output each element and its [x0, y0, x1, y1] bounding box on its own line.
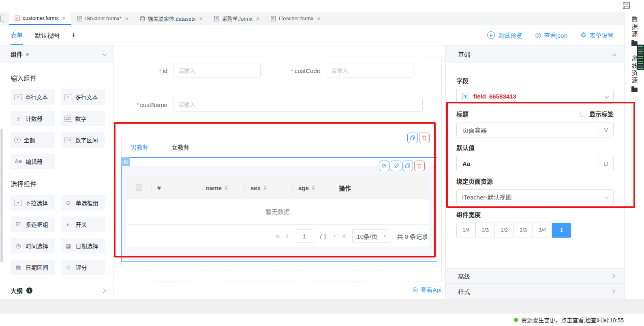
- component-rating[interactable]: ☆评分: [61, 260, 105, 275]
- status-message[interactable]: 资源发生变更，点击查看,检查时间:10:55: [521, 316, 624, 324]
- file-tab-purchase-order-formx[interactable]: 采购单.formx ×: [208, 12, 265, 25]
- next-page-icon[interactable]: ›: [333, 232, 336, 240]
- component-dropdown-select[interactable]: ▾下拉选择: [11, 195, 55, 210]
- view-api-link[interactable]: ◎ 查看Api: [412, 285, 441, 294]
- radio-list-icon: ⊙: [64, 199, 73, 206]
- page-size-select[interactable]: 10条/页 ▾: [352, 229, 390, 243]
- show-label-toggle[interactable]: 显示标签: [580, 109, 614, 118]
- file-tab-istudent-formx[interactable]: IStudent.formx* ×: [71, 12, 134, 25]
- prev-page-icon[interactable]: ‹: [286, 232, 289, 240]
- form-field-id[interactable]: *id: [117, 64, 270, 77]
- link-component-button[interactable]: [391, 161, 401, 171]
- file-tab-iteacher-formx[interactable]: ITeacher.formx ×: [265, 12, 326, 25]
- field-select[interactable]: T field_66583413: [456, 89, 614, 104]
- width-option-full[interactable]: 1: [552, 223, 571, 238]
- panel-stack-icon: [0, 14, 4, 23]
- close-icon[interactable]: ×: [256, 15, 259, 22]
- close-icon[interactable]: ×: [62, 15, 66, 21]
- id-input[interactable]: [173, 64, 261, 77]
- tab-form[interactable]: 表单: [11, 25, 23, 45]
- default-value-dynamic-button[interactable]: D: [599, 156, 613, 171]
- delete-component-button[interactable]: [414, 161, 425, 171]
- custname-input[interactable]: [173, 98, 423, 112]
- last-page-icon[interactable]: »: [342, 232, 346, 240]
- close-icon[interactable]: ×: [125, 15, 128, 22]
- components-panel-header[interactable]: 组件 ≡: [0, 45, 113, 63]
- form-root-container[interactable]: *id *custCode *custName: [117, 56, 442, 281]
- title-input[interactable]: [457, 122, 599, 137]
- component-single-line-text[interactable]: A单行文本: [11, 89, 55, 105]
- delete-component-button[interactable]: [419, 133, 430, 143]
- column-header-name[interactable]: name: [200, 181, 245, 195]
- sort-icon[interactable]: [225, 185, 228, 190]
- component-multi-line-text[interactable]: A多行文本: [61, 89, 105, 105]
- component-label: 开关: [76, 220, 87, 228]
- selected-grid-component[interactable]: ⚙ ⟳: [121, 157, 437, 262]
- form-field-custname[interactable]: *custName: [117, 98, 423, 112]
- component-number[interactable]: 123数字: [61, 111, 105, 126]
- component-radio-group[interactable]: ⊙单选框组: [61, 195, 105, 210]
- component-number-range[interactable]: 1~3数字区间: [61, 132, 105, 148]
- field-label: *custCode: [270, 67, 320, 74]
- component-amount[interactable]: ¥金额: [11, 132, 55, 148]
- chevron-down-icon[interactable]: [103, 51, 107, 56]
- calendar-range-icon: ▦: [14, 264, 22, 270]
- tab-female-teacher[interactable]: 女教师: [171, 143, 190, 151]
- chevron-right-icon[interactable]: [101, 288, 105, 293]
- component-counter[interactable]: ±计数器: [11, 111, 55, 126]
- drag-handle-gear-icon[interactable]: ⚙: [121, 157, 130, 166]
- form-field-custcode[interactable]: *custCode: [270, 64, 423, 77]
- current-page-input[interactable]: 1: [295, 229, 313, 243]
- component-switch[interactable]: ◐开关: [61, 217, 105, 232]
- sort-icon[interactable]: [263, 185, 267, 190]
- sidebar-scrollbar[interactable]: [0, 129, 3, 262]
- width-option-half[interactable]: 1/2: [495, 223, 514, 238]
- form-design-canvas[interactable]: *id *custCode *custName: [113, 45, 446, 299]
- select-all-checkbox[interactable]: [136, 184, 142, 191]
- file-tab-customer-formx[interactable]: customer.formx ×: [9, 12, 71, 25]
- debug-preview-button[interactable]: ▶ 调试预览: [487, 31, 522, 39]
- add-view-button[interactable]: +: [71, 25, 76, 45]
- width-option-third[interactable]: 1/3: [476, 223, 495, 238]
- close-icon[interactable]: ×: [317, 15, 320, 22]
- style-section-header[interactable]: 样式: [446, 283, 624, 299]
- basic-section-header[interactable]: 基础: [446, 45, 624, 63]
- column-header-index: #: [152, 181, 200, 195]
- column-header-sex[interactable]: sex: [245, 181, 293, 195]
- component-date-range[interactable]: ▦日期区间: [11, 260, 55, 275]
- close-icon[interactable]: ×: [199, 15, 203, 22]
- outline-panel-toggle[interactable]: 大纲 i: [0, 282, 113, 299]
- width-option-three-quarters[interactable]: 3/4: [533, 223, 552, 238]
- copy-component-button[interactable]: [407, 133, 418, 143]
- default-value-input[interactable]: [457, 156, 599, 171]
- save-icon[interactable]: [623, 2, 630, 11]
- width-option-two-thirds[interactable]: 2/3: [514, 223, 533, 238]
- component-checkbox-group[interactable]: ☑多选框组: [11, 217, 55, 232]
- view-json-button[interactable]: ◎ 查看json: [535, 31, 567, 39]
- sort-icon[interactable]: [312, 185, 315, 190]
- tab-default-view[interactable]: 默认视图: [35, 25, 59, 45]
- file-tab-dataset[interactable]: 强关联实体.datasetx ×: [134, 12, 208, 25]
- component-time-picker[interactable]: ◷时间选择: [11, 238, 55, 253]
- form-settings-button[interactable]: ⚙ 表单设置: [580, 31, 614, 39]
- view-json-label: 查看json: [544, 31, 567, 39]
- component-date-picker[interactable]: ▦日期选择: [61, 238, 105, 253]
- page-size-value: 10条/页: [357, 232, 377, 240]
- bind-resource-select[interactable]: ITeacher-默认视图: [456, 189, 614, 204]
- column-header-age[interactable]: age: [293, 181, 333, 195]
- title-variable-button[interactable]: V: [599, 122, 613, 137]
- form-file-icon: [77, 16, 82, 21]
- copy-component-button[interactable]: [402, 161, 413, 171]
- tab-male-teacher[interactable]: 男教师: [131, 143, 149, 151]
- width-option-quarter[interactable]: 1/4: [457, 223, 476, 238]
- chevron-right-icon: [610, 289, 615, 294]
- component-editor[interactable]: A≡编辑器: [11, 154, 55, 169]
- tabs-container-component[interactable]: 男教师 女教师 ⚙ ⟳: [121, 136, 436, 266]
- first-page-icon[interactable]: «: [276, 232, 279, 240]
- advanced-section-header[interactable]: 高级: [446, 268, 624, 283]
- chevron-down-icon[interactable]: [612, 51, 616, 56]
- minimap-thumbnail: [637, 45, 644, 70]
- show-label-checkbox[interactable]: [580, 111, 586, 117]
- custcode-input[interactable]: [326, 64, 413, 77]
- refresh-component-button[interactable]: ⟳: [379, 161, 389, 171]
